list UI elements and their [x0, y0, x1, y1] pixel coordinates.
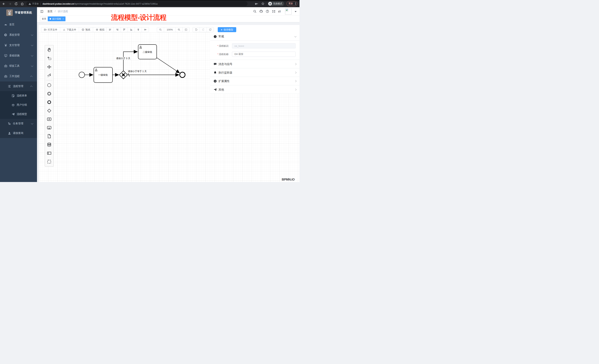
back-icon[interactable]: [2, 2, 6, 6]
browser-tabstrip: [0, 0, 300, 1]
person-icon: [8, 132, 11, 135]
user-task-level1[interactable]: 一级审批: [94, 67, 113, 83]
robot-face-icon: [11, 103, 15, 107]
section-messages[interactable]: 消息与信号: [210, 60, 300, 68]
avatar-caret-icon[interactable]: [295, 11, 297, 12]
field-process-key: *流程标识: [210, 43, 300, 48]
url-host: dashboard.yudao.iocoder.cn: [43, 3, 74, 5]
sidebar-item-label: 任务管理: [13, 122, 23, 125]
screen: 不安全 dashboard.yudao.iocoder.cn/bpm/manag…: [0, 0, 300, 182]
flow-gateway-to-task2[interactable]: [123, 52, 137, 71]
align-center-button[interactable]: [135, 27, 142, 32]
sidebar-item-system[interactable]: 系统管理: [0, 30, 37, 40]
sidebar-item-process-form[interactable]: 流程表单: [0, 91, 37, 100]
toolbox-icon: [4, 75, 7, 78]
file-toolbar-group: 打开文件 下载文件 预览 模拟: [41, 27, 107, 32]
end-event[interactable]: [180, 72, 185, 78]
user-task-level2[interactable]: 二级审批: [138, 44, 157, 59]
help-icon[interactable]: [266, 10, 269, 13]
sidebar-item-payment[interactable]: 支付管理: [0, 40, 37, 51]
align-left-button[interactable]: [107, 27, 114, 32]
yen-icon: [4, 44, 7, 47]
simulate-button[interactable]: 模拟: [93, 27, 107, 32]
tree-icon: [8, 122, 11, 125]
tab-label: 设计流程: [52, 17, 61, 20]
sidebar-item-process-model[interactable]: 流程模型: [0, 110, 37, 119]
required-mark: *: [217, 44, 218, 47]
fullscreen-icon[interactable]: [272, 10, 276, 13]
reload-icon[interactable]: [14, 2, 18, 6]
sidebar-item-leave-query[interactable]: 请假查询: [0, 128, 37, 138]
section-ext-props[interactable]: 扩展属性: [210, 77, 300, 85]
redo-icon: [202, 28, 205, 31]
sidebar-item-devtools[interactable]: 研发工具: [0, 61, 37, 71]
browser-update-button[interactable]: 更新: [287, 1, 297, 6]
align-top-button[interactable]: [121, 27, 128, 32]
avatar[interactable]: [285, 8, 291, 15]
align-middle-icon: [144, 28, 147, 31]
zoom-level[interactable]: 100%: [164, 27, 176, 32]
chevron-down-icon: [31, 122, 33, 125]
section-title: 执行监听器: [219, 71, 232, 75]
section-general[interactable]: 常规: [210, 33, 300, 41]
incognito-badge: 无痕模式: [268, 1, 284, 6]
preview-button[interactable]: 预览: [79, 27, 93, 32]
fit-viewport-button[interactable]: [183, 27, 189, 32]
bpmn-io-watermark[interactable]: BPMN.iO: [282, 178, 294, 182]
exclusive-gateway[interactable]: [119, 71, 127, 79]
app-logo-row[interactable]: 🐰 芋道管理系统: [0, 8, 37, 17]
sidebar-item-infra[interactable]: 基础设施: [0, 51, 37, 61]
tab-design-process[interactable]: 设计流程 ×: [48, 17, 65, 21]
process-name-input[interactable]: [232, 51, 296, 57]
download-file-button[interactable]: 下载文件: [60, 27, 79, 32]
section-listeners[interactable]: 执行监听器: [210, 68, 300, 77]
open-file-button[interactable]: 打开文件: [41, 27, 60, 32]
align-bottom-button[interactable]: [128, 27, 135, 32]
chevron-up-icon: [30, 85, 33, 88]
plus-circle-icon: [213, 79, 217, 83]
search-icon[interactable]: [253, 10, 257, 13]
browser-menu-icon[interactable]: [295, 2, 296, 5]
properties-panel: 常规 *流程标识 *流程名称 消息与信号: [210, 33, 300, 94]
github-icon[interactable]: [259, 10, 263, 13]
sidebar-item-task-mgmt[interactable]: 任务管理: [0, 119, 37, 128]
breadcrumb-home[interactable]: 首页: [47, 10, 53, 13]
sidebar: 🐰 芋道管理系统 首页 系统管理 支付管理 基础设施: [0, 7, 37, 182]
process-key-input[interactable]: [232, 43, 296, 48]
flow-task2-to-end[interactable]: [157, 58, 180, 73]
zoom-in-button[interactable]: [176, 27, 183, 32]
sidebar-item-label: 流程模型: [17, 112, 27, 116]
close-icon[interactable]: ×: [62, 18, 64, 20]
breadcrumb: 首页 / 设计流程: [47, 10, 68, 13]
tab-home[interactable]: 首页: [40, 17, 48, 21]
font-size-icon[interactable]: tT: [278, 10, 282, 14]
app-header: 首页 / 设计流程 tT: [37, 7, 300, 16]
monitor-icon: [4, 54, 7, 57]
breadcrumb-separator: /: [55, 10, 55, 13]
condition-label-le[interactable]: 请假小于等于 1 天: [128, 70, 147, 73]
redo-button[interactable]: [200, 27, 207, 32]
sidebar-collapse-icon[interactable]: [40, 10, 44, 13]
zoom-toolbar-group: 100%: [157, 27, 190, 32]
align-middle-button[interactable]: [142, 27, 149, 32]
bookmark-star-icon[interactable]: [261, 2, 264, 6]
home-icon[interactable]: [20, 2, 24, 6]
restart-button[interactable]: [207, 27, 214, 32]
sidebar-item-workflow[interactable]: 工作流程: [0, 71, 37, 82]
key-icon[interactable]: [255, 2, 258, 6]
forward-icon[interactable]: [8, 2, 12, 6]
incognito-label: 无痕模式: [273, 2, 282, 5]
section-other[interactable]: 其他: [210, 85, 300, 94]
save-model-button[interactable]: + 保存模型: [218, 27, 236, 32]
align-right-button[interactable]: [114, 27, 121, 32]
zoom-out-button[interactable]: [157, 27, 164, 32]
content-gap: [37, 22, 300, 25]
undo-button[interactable]: [193, 27, 200, 32]
align-top-icon: [123, 28, 126, 31]
sidebar-item-process-mgmt[interactable]: 流程管理: [0, 82, 37, 91]
sidebar-item-user-group[interactable]: 用户分组: [0, 100, 37, 110]
condition-label-gt[interactable]: 请假大于 3 天: [116, 57, 130, 60]
sidebar-item-home[interactable]: 首页: [0, 19, 37, 30]
url-bar[interactable]: 不安全 dashboard.yudao.iocoder.cn/bpm/manag…: [26, 1, 247, 6]
start-event[interactable]: [79, 72, 85, 78]
